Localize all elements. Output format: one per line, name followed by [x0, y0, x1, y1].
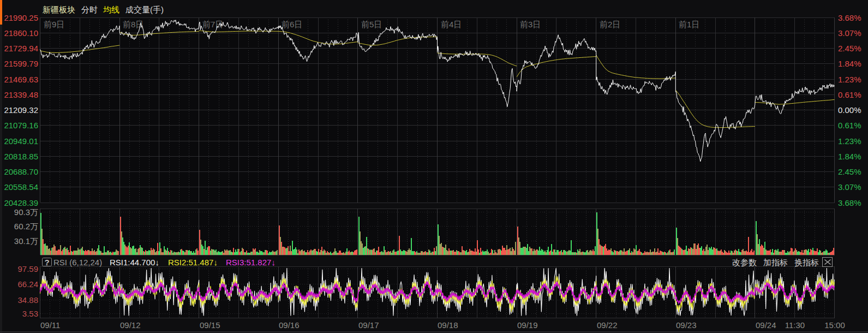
- svg-text:RSI1:44.700↓: RSI1:44.700↓: [110, 258, 159, 267]
- svg-text:加指标: 加指标: [763, 258, 788, 267]
- svg-text:3.53: 3.53: [22, 309, 38, 318]
- svg-text:20558.54: 20558.54: [4, 182, 38, 192]
- svg-text:3.07%: 3.07%: [838, 182, 861, 192]
- svg-text:前9日: 前9日: [44, 20, 64, 29]
- svg-text:3.68%: 3.68%: [838, 198, 861, 207]
- svg-text:09/16: 09/16: [279, 320, 300, 330]
- svg-text:20428.39: 20428.39: [4, 198, 38, 207]
- svg-text:前6日: 前6日: [282, 20, 302, 29]
- svg-text:换指标: 换指标: [794, 258, 819, 267]
- svg-text:新疆板块: 新疆板块: [43, 5, 75, 14]
- svg-text:09/11: 09/11: [40, 320, 60, 330]
- svg-text:15:00: 15:00: [824, 320, 845, 330]
- svg-text:20818.85: 20818.85: [4, 152, 38, 161]
- svg-text:21729.94: 21729.94: [4, 44, 38, 53]
- svg-text:1.84%: 1.84%: [838, 152, 861, 161]
- svg-text:21860.10: 21860.10: [4, 28, 38, 38]
- svg-text:分时: 分时: [81, 5, 98, 14]
- svg-text:09/19: 09/19: [517, 320, 538, 330]
- svg-text:前2日: 前2日: [600, 20, 620, 29]
- svg-text:09/24: 09/24: [756, 320, 776, 330]
- svg-text:成交量(手): 成交量(手): [125, 5, 164, 14]
- svg-text:3.68%: 3.68%: [838, 13, 861, 22]
- svg-text:34.88: 34.88: [17, 295, 38, 305]
- svg-text:90.3万: 90.3万: [14, 207, 38, 217]
- svg-text:09/22: 09/22: [597, 320, 618, 330]
- svg-text:11:30: 11:30: [785, 320, 805, 330]
- svg-text:20949.01: 20949.01: [4, 136, 38, 146]
- svg-text:21599.79: 21599.79: [4, 59, 38, 68]
- svg-text:21990.25: 21990.25: [4, 13, 38, 22]
- svg-text:0.00%: 0.00%: [838, 105, 861, 115]
- svg-text:改参数: 改参数: [732, 258, 757, 267]
- svg-text:21469.63: 21469.63: [4, 75, 38, 84]
- svg-text:97.59: 97.59: [17, 264, 38, 273]
- svg-text:均线: 均线: [103, 5, 119, 14]
- svg-text:0.61%: 0.61%: [838, 90, 861, 99]
- svg-text:30.1万: 30.1万: [14, 236, 38, 246]
- svg-text:RSI3:51.827↓: RSI3:51.827↓: [226, 258, 276, 267]
- svg-text:09/17: 09/17: [358, 320, 379, 330]
- svg-text:09/18: 09/18: [438, 320, 458, 330]
- svg-text:前3日: 前3日: [520, 20, 541, 29]
- svg-text:66.24: 66.24: [17, 280, 38, 289]
- svg-text:?: ?: [44, 258, 49, 267]
- svg-text:前1日: 前1日: [679, 20, 699, 29]
- svg-text:1.84%: 1.84%: [838, 59, 861, 68]
- svg-text:21209.32: 21209.32: [4, 105, 38, 115]
- svg-text:1.23%: 1.23%: [838, 136, 861, 146]
- svg-text:3.07%: 3.07%: [838, 28, 861, 38]
- svg-text:09/15: 09/15: [200, 320, 220, 330]
- svg-text:前4日: 前4日: [441, 20, 462, 29]
- svg-text:0.61%: 0.61%: [838, 121, 861, 130]
- svg-text:09/12: 09/12: [120, 320, 141, 330]
- svg-text:RSI2:51.487↓: RSI2:51.487↓: [168, 258, 218, 267]
- svg-text:21079.16: 21079.16: [4, 121, 38, 130]
- svg-text:20688.70: 20688.70: [4, 167, 38, 176]
- svg-text:RSI (6,12,24): RSI (6,12,24): [53, 258, 102, 267]
- svg-text:2.45%: 2.45%: [838, 167, 861, 176]
- svg-text:1.23%: 1.23%: [838, 75, 861, 84]
- svg-text:21339.48: 21339.48: [4, 90, 38, 99]
- svg-text:09/23: 09/23: [676, 320, 697, 330]
- svg-text:前5日: 前5日: [361, 20, 382, 29]
- svg-text:60.2万: 60.2万: [14, 222, 38, 231]
- svg-text:2.45%: 2.45%: [838, 44, 861, 53]
